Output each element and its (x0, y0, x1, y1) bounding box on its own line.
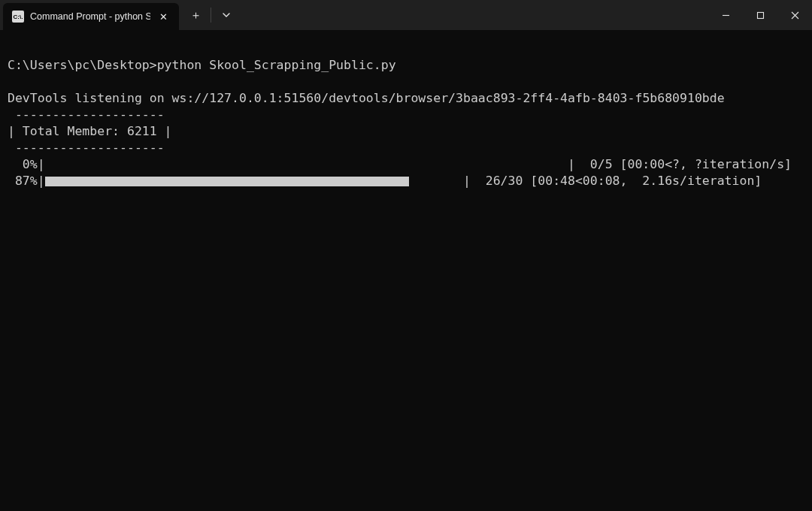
tab-title: Command Prompt - python S (30, 11, 150, 22)
cmd-icon: C:\. (12, 11, 24, 23)
progress-bar (45, 159, 568, 171)
minimize-button[interactable] (708, 0, 743, 30)
tab-close-button[interactable]: ✕ (156, 10, 170, 23)
tab-dropdown-button[interactable] (214, 3, 238, 27)
tab-strip: C:\. Command Prompt - python S ✕ (0, 0, 179, 30)
maximize-button[interactable] (743, 0, 777, 30)
progress-end: | (463, 173, 478, 189)
progress-pct: 87% (8, 173, 38, 189)
progress-stats: 0/5 [00:00<?, ?iteration/s] (583, 156, 792, 173)
progress-end: | (568, 156, 583, 173)
tab-active[interactable]: C:\. Command Prompt - python S ✕ (3, 3, 179, 30)
progress-stats: 26/30 [00:48<00:08, 2.16s/iteration] (478, 173, 762, 189)
terminal-window: C:\. Command Prompt - python S ✕ ＋ (0, 0, 812, 511)
progress-sep: | (38, 173, 45, 189)
close-button[interactable] (777, 0, 812, 30)
progress-bar (45, 175, 463, 188)
box-mid: | Total Member: 6211 | (8, 124, 172, 138)
new-tab-button[interactable]: ＋ (183, 3, 208, 27)
devtools-line: DevTools listening on ws://127.0.0.1:515… (8, 91, 725, 105)
svg-rect-1 (757, 12, 763, 18)
titlebar: C:\. Command Prompt - python S ✕ ＋ (0, 0, 812, 30)
progress-line-1: 87%|| 26/30 [00:48<00:08, 2.16s/iteratio… (8, 173, 804, 189)
progress-line-0: 0%|| 0/5 [00:00<?, ?iteration/s] (8, 156, 804, 173)
terminal-output: C:\Users\pc\Desktop>python Skool_Scrappi… (8, 41, 804, 189)
box-bottom: -------------------- (8, 141, 165, 155)
prompt-line: C:\Users\pc\Desktop>python Skool_Scrappi… (8, 58, 396, 72)
box-top: -------------------- (8, 107, 165, 122)
titlebar-drag-area[interactable] (238, 0, 708, 30)
tab-divider (211, 8, 211, 23)
tab-actions: ＋ (179, 0, 238, 30)
window-controls (708, 0, 812, 30)
progress-pct: 0% (8, 156, 38, 173)
terminal-scrollarea[interactable]: C:\Users\pc\Desktop>python Skool_Scrappi… (0, 30, 812, 511)
progress-sep: | (38, 156, 45, 173)
